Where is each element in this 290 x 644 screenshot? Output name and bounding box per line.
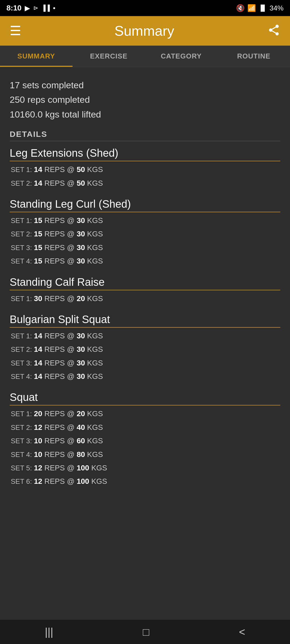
share-button[interactable] — [267, 24, 280, 38]
exercise-standing-calf-raise: Standing Calf Raise SET 1: 30 REPS @ 20 … — [10, 273, 280, 305]
dot-icon: • — [53, 4, 55, 12]
exercise-name-squat: Squat — [10, 388, 280, 405]
nav-bar: ||| □ < — [0, 620, 290, 644]
main-content: 17 sets completed 250 reps completed 101… — [0, 67, 290, 520]
set-line: SET 3: 14 REPS @ 30 KGS — [10, 356, 280, 370]
exercise-name-bulgarian-split-squat: Bulgarian Split Squat — [10, 310, 280, 328]
exercise-name-standing-leg-curl: Standing Leg Curl (Shed) — [10, 195, 280, 212]
mute-icon: 🔇 — [236, 4, 245, 12]
set-line: SET 2: 15 REPS @ 30 KGS — [10, 227, 280, 241]
nav-back-button[interactable]: < — [239, 626, 245, 638]
set-line: SET 1: 14 REPS @ 50 KGS — [10, 163, 280, 176]
wifi-icon: 📶 — [247, 4, 256, 12]
exercise-leg-extensions: Leg Extensions (Shed) SET 1: 14 REPS @ 5… — [10, 144, 280, 190]
tab-category[interactable]: CATEGORY — [145, 46, 218, 67]
cast-icon: ⊳ — [33, 5, 38, 12]
details-header: DETAILS — [10, 127, 280, 141]
youtube-icon: ▶ — [25, 4, 30, 12]
battery-text: 34% — [270, 4, 284, 12]
set-line: SET 4: 14 REPS @ 30 KGS — [10, 370, 280, 383]
status-right: 🔇 📶 ▐▌ 34% — [236, 4, 284, 12]
exercise-name-leg-extensions: Leg Extensions (Shed) — [10, 144, 280, 161]
app-bar-title: Summary — [114, 23, 174, 39]
exercise-name-standing-calf-raise: Standing Calf Raise — [10, 273, 280, 290]
weight-stat: 10160.0 kgs total lifted — [10, 107, 280, 122]
set-line: SET 2: 14 REPS @ 50 KGS — [10, 177, 280, 190]
set-line: SET 2: 14 REPS @ 30 KGS — [10, 343, 280, 356]
set-line: SET 5: 12 REPS @ 100 KGS — [10, 461, 280, 475]
tab-exercise[interactable]: EXERCISE — [73, 46, 145, 67]
exercise-bulgarian-split-squat: Bulgarian Split Squat SET 1: 14 REPS @ 3… — [10, 310, 280, 383]
set-line: SET 6: 12 REPS @ 100 KGS — [10, 475, 280, 488]
sets-stat: 17 sets completed — [10, 78, 280, 92]
set-line: SET 4: 15 REPS @ 30 KGS — [10, 254, 280, 268]
nav-menu-button[interactable]: ||| — [45, 626, 53, 638]
set-line: SET 1: 30 REPS @ 20 KGS — [10, 292, 280, 305]
set-line: SET 1: 20 REPS @ 20 KGS — [10, 407, 280, 420]
nav-home-button[interactable]: □ — [143, 626, 149, 638]
signal-icon: ▐▐ — [41, 5, 50, 12]
tab-bar: SUMMARY EXERCISE CATEGORY ROUTINE — [0, 46, 290, 67]
status-left: 8:10 ▶ ⊳ ▐▐ • — [6, 4, 55, 12]
set-line: SET 1: 14 REPS @ 30 KGS — [10, 329, 280, 343]
exercise-squat: Squat SET 1: 20 REPS @ 20 KGS SET 2: 12 … — [10, 388, 280, 488]
signal-strength-icon: ▐▌ — [259, 5, 267, 12]
tab-routine[interactable]: ROUTINE — [218, 46, 290, 67]
set-line: SET 3: 10 REPS @ 60 KGS — [10, 434, 280, 448]
app-bar: ☰ Summary — [0, 16, 290, 46]
set-line: SET 1: 15 REPS @ 30 KGS — [10, 214, 280, 227]
set-line: SET 4: 10 REPS @ 80 KGS — [10, 448, 280, 461]
set-line: SET 2: 12 REPS @ 40 KGS — [10, 421, 280, 434]
menu-button[interactable]: ☰ — [10, 24, 21, 37]
reps-stat: 250 reps completed — [10, 92, 280, 107]
exercise-standing-leg-curl: Standing Leg Curl (Shed) SET 1: 15 REPS … — [10, 195, 280, 268]
tab-summary[interactable]: SUMMARY — [0, 46, 73, 67]
summary-stats: 17 sets completed 250 reps completed 101… — [10, 75, 280, 127]
set-line: SET 3: 15 REPS @ 30 KGS — [10, 241, 280, 254]
status-bar: 8:10 ▶ ⊳ ▐▐ • 🔇 📶 ▐▌ 34% — [0, 0, 290, 16]
status-time: 8:10 — [6, 4, 21, 12]
